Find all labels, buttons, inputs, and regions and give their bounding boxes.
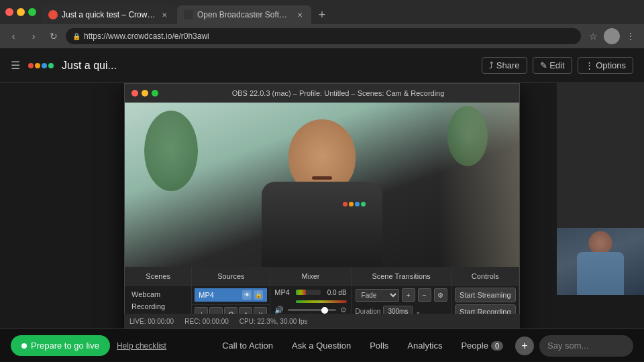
obs-meter-bar xyxy=(296,290,320,295)
forward-button[interactable]: › xyxy=(25,28,42,44)
obs-meter-fill xyxy=(296,290,305,295)
back-button[interactable]: ‹ xyxy=(5,28,21,44)
obs-scenes-header: Scenes xyxy=(125,267,191,286)
logo-dot-blue xyxy=(42,63,47,68)
person-body xyxy=(262,182,382,267)
obs-source-icons: 👁 🔒 xyxy=(242,290,263,300)
polls-nav-item[interactable]: Polls xyxy=(362,337,396,355)
browser-chrome: Just a quick test – Crowdcast ✕ Open Bro… xyxy=(0,0,644,48)
live-indicator-dot xyxy=(21,343,27,349)
obs-transition-settings-button[interactable]: ⚙ xyxy=(434,288,447,302)
obs-titlebar: OBS 22.0.3 (mac) – Profile: Untitled – S… xyxy=(125,84,519,103)
obs-start-streaming-button[interactable]: Start Streaming xyxy=(455,288,516,302)
obs-rec-stat: REC: 00:00:00 xyxy=(184,318,229,325)
add-widget-button[interactable]: + xyxy=(515,337,534,355)
toolbar-navigation: Call to Action Ask a Question Polls Anal… xyxy=(214,337,511,355)
tab-favicon-obs xyxy=(184,10,193,19)
share-button[interactable]: ⤴ Share xyxy=(482,57,527,74)
new-tab-button[interactable]: + xyxy=(313,5,331,24)
plant-decoration-left xyxy=(144,111,198,191)
obs-source-mp4[interactable]: MP4 👁 🔒 xyxy=(195,288,267,302)
obs-volume-slider[interactable] xyxy=(288,309,335,311)
page-content: ☰ Just a qui... ⤴ Share ✎ Edit ⋮ Options xyxy=(0,48,644,362)
crowdcast-sidebar-bg xyxy=(0,83,124,328)
obs-preview-area xyxy=(125,103,519,267)
refresh-button[interactable]: ↻ xyxy=(46,28,62,44)
bookmark-button[interactable]: ☆ xyxy=(585,28,601,44)
obs-fullscreen-button[interactable] xyxy=(152,90,158,97)
go-live-button[interactable]: Prepare to go live xyxy=(11,335,110,356)
obs-minimize-button[interactable] xyxy=(142,90,148,97)
share-label: Share xyxy=(496,60,520,70)
go-live-label: Prepare to go live xyxy=(31,341,99,351)
tab-obs[interactable]: Open Broadcaster Software ✕ xyxy=(177,5,311,24)
obs-close-button[interactable] xyxy=(131,90,138,97)
obs-meter-label: MP4 xyxy=(274,288,293,296)
hamburger-menu-icon[interactable]: ☰ xyxy=(11,59,20,72)
window-traffic-lights xyxy=(5,8,36,16)
tab-label-obs: Open Broadcaster Software xyxy=(197,10,291,19)
obs-transition-remove-button[interactable]: − xyxy=(418,288,431,302)
minimize-window-button[interactable] xyxy=(17,8,25,16)
menu-button[interactable]: ⋮ xyxy=(623,28,639,44)
obs-source-mp4-label: MP4 xyxy=(199,291,214,299)
logo-dot-red xyxy=(28,63,34,68)
tab-favicon-crowdcast xyxy=(48,10,58,19)
tabs-container: Just a quick test – Crowdcast ✕ Open Bro… xyxy=(42,0,639,24)
ssl-lock-icon: 🔒 xyxy=(72,33,80,40)
close-window-button[interactable] xyxy=(5,8,13,16)
edit-label: ✎ Edit xyxy=(540,60,565,70)
obs-status-bar: LIVE: 00:00:00 REC: 00:00:00 CPU: 22.3%,… xyxy=(124,314,520,328)
address-bar[interactable]: 🔒 https://www.crowdcast.io/e/r0h3awi xyxy=(66,28,581,44)
obs-window-title: OBS 22.0.3 (mac) – Profile: Untitled – S… xyxy=(164,89,513,97)
main-body: Starti... 📅 Sun, Apr... xyxy=(0,83,644,328)
obs-transition-add-button[interactable]: + xyxy=(402,288,415,302)
obs-traffic-lights xyxy=(131,90,158,97)
participant-video-panel xyxy=(557,228,644,295)
obs-live-stat: LIVE: 00:00:00 xyxy=(129,318,174,325)
obs-video-feed xyxy=(125,103,519,267)
call-to-action-nav-item[interactable]: Call to Action xyxy=(214,337,281,355)
obs-sources-list: MP4 👁 🔒 xyxy=(192,286,270,304)
obs-meter-second-bar xyxy=(296,300,346,303)
obs-sources-header: Sources xyxy=(192,267,270,286)
logo-dot-yellow xyxy=(35,63,40,68)
ask-question-nav-item[interactable]: Ask a Question xyxy=(284,337,359,355)
obs-scenes-list: Webcam Recording xyxy=(125,286,191,315)
obs-source-eye-icon[interactable]: 👁 xyxy=(242,290,252,300)
share-icon: ⤴ xyxy=(489,60,494,70)
obs-volume-slider-thumb xyxy=(321,307,328,314)
tab-crowdcast[interactable]: Just a quick test – Crowdcast ✕ xyxy=(42,5,176,24)
tab-label-crowdcast: Just a quick test – Crowdcast xyxy=(62,10,156,19)
options-label: ⋮ Options xyxy=(585,60,626,70)
obs-scene-webcam[interactable]: Webcam xyxy=(127,288,189,300)
help-checklist-link[interactable]: Help checklist xyxy=(117,341,166,351)
browser-tab-bar: Just a quick test – Crowdcast ✕ Open Bro… xyxy=(0,0,644,24)
chat-input[interactable]: Say som... xyxy=(539,335,633,357)
chat-placeholder: Say som... xyxy=(547,341,588,351)
participant-video xyxy=(557,228,644,295)
add-icon: + xyxy=(521,340,527,352)
window-light xyxy=(439,103,519,267)
right-spacer-bg xyxy=(523,83,557,295)
app-title: Just a qui... xyxy=(62,60,117,72)
crowdcast-logo xyxy=(28,63,54,68)
logo-dot-green xyxy=(48,63,54,68)
options-button[interactable]: ⋮ Options xyxy=(578,57,633,74)
edit-button[interactable]: ✎ Edit xyxy=(533,57,572,74)
obs-controls-header: Controls xyxy=(452,267,519,286)
obs-transition-type-select[interactable]: Fade xyxy=(356,289,399,302)
profile-avatar[interactable] xyxy=(604,28,620,44)
tab-close-obs[interactable]: ✕ xyxy=(295,10,305,19)
obs-source-lock-icon[interactable]: 🔒 xyxy=(254,290,263,300)
tab-close-crowdcast[interactable]: ✕ xyxy=(160,10,169,19)
header-actions: ⤴ Share ✎ Edit ⋮ Options xyxy=(482,57,633,74)
url-text: https://www.crowdcast.io/e/r0h3awi xyxy=(84,32,574,41)
obs-transition-row: Fade + − ⚙ xyxy=(352,286,451,304)
people-nav-item[interactable]: People 0 xyxy=(453,337,511,355)
obs-cpu-stat: CPU: 22.3%, 30.00 fps xyxy=(239,318,308,325)
obs-scene-recording[interactable]: Recording xyxy=(127,300,189,312)
maximize-window-button[interactable] xyxy=(28,8,36,16)
navigation-bar: ‹ › ↻ 🔒 https://www.crowdcast.io/e/r0h3a… xyxy=(0,24,644,48)
analytics-nav-item[interactable]: Analytics xyxy=(399,337,450,355)
